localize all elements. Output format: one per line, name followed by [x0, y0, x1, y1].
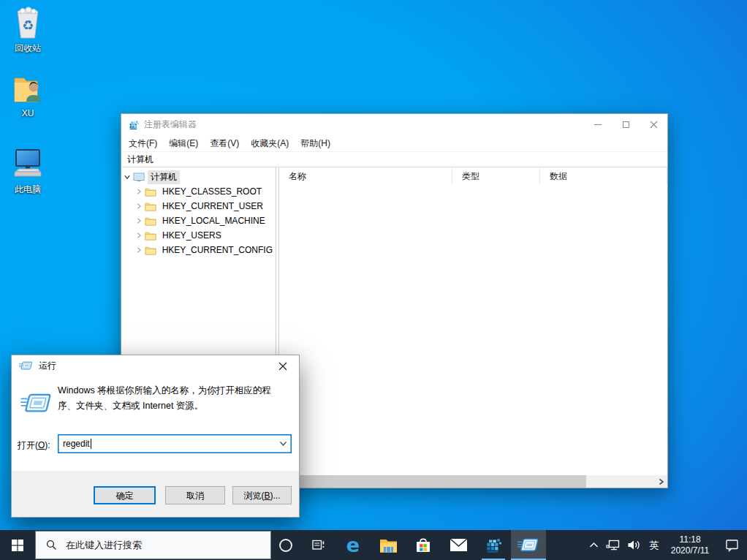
file-explorer-button[interactable] [371, 530, 406, 560]
tree-item-hkey-current-user[interactable]: HKEY_CURRENT_USER [121, 199, 276, 213]
regedit-icon [484, 536, 503, 555]
ok-button[interactable]: 确定 [94, 486, 156, 504]
chevron-right-icon[interactable] [133, 232, 145, 239]
run-command-value[interactable]: regedit [58, 439, 90, 449]
task-view-icon [312, 539, 325, 551]
tree-item-hkey-users[interactable]: HKEY_USERS [121, 228, 276, 243]
desktop-icon-label: XU [22, 108, 34, 118]
close-button[interactable] [266, 355, 299, 377]
regedit-window-title: 注册表编辑器 [144, 118, 197, 131]
desktop-icon-label: 此电脑 [15, 183, 41, 196]
regedit-address-bar[interactable]: 计算机 [121, 151, 667, 167]
chevron-down-icon[interactable] [121, 173, 133, 181]
combobox-dropdown-button[interactable] [275, 441, 291, 447]
run-taskbar-button[interactable] [511, 530, 546, 560]
chevron-right-icon[interactable] [133, 217, 145, 224]
action-center-button[interactable] [716, 530, 747, 560]
mail-icon [450, 538, 468, 552]
open-label: 打开(O): [18, 439, 50, 452]
regedit-titlebar[interactable]: 注册表编辑器 [121, 114, 667, 135]
tree-item-label[interactable]: HKEY_USERS [159, 230, 224, 241]
edge-button[interactable]: e [335, 530, 371, 560]
close-button[interactable] [640, 114, 667, 135]
desktop-icon-this-pc[interactable]: 此电脑 [0, 146, 56, 196]
clock[interactable]: 11:18 2020/7/11 [664, 530, 716, 560]
file-explorer-icon [379, 538, 398, 553]
chevron-right-icon[interactable] [133, 246, 145, 254]
scrollbar-right-arrow[interactable] [655, 475, 667, 488]
maximize-button[interactable] [612, 114, 640, 135]
recycle-bin-icon: ♻ [11, 5, 45, 40]
store-icon [414, 537, 432, 554]
this-pc-icon [11, 146, 45, 181]
horizontal-scrollbar[interactable] [279, 475, 667, 488]
search-icon [46, 540, 57, 550]
menu-file[interactable]: 文件(F) [123, 135, 163, 151]
speaker-icon [627, 540, 640, 550]
tree-item-label[interactable]: HKEY_LOCAL_MACHINE [159, 215, 268, 227]
show-hidden-icons-button[interactable] [584, 530, 603, 560]
store-button[interactable] [406, 530, 441, 560]
list-header: 名称 类型 数据 [279, 167, 667, 184]
run-icon [19, 360, 33, 371]
language-indicator[interactable]: 英 [645, 530, 664, 560]
desktop-icon-label: 回收站 [15, 42, 41, 55]
svg-text:♻: ♻ [22, 18, 34, 33]
tree-item-hkey-classes-root[interactable]: HKEY_CLASSES_ROOT [121, 184, 276, 199]
taskbar: 在此键入进行搜索 e [0, 530, 747, 560]
tree-item-label[interactable]: HKEY_CURRENT_CONFIG [159, 244, 276, 256]
column-header-type[interactable]: 类型 [452, 167, 540, 184]
computer-icon [133, 173, 145, 182]
taskbar-search-box[interactable]: 在此键入进行搜索 [35, 531, 271, 559]
chevron-right-icon[interactable] [133, 203, 145, 210]
windows-logo-icon [12, 540, 23, 551]
folder-icon [145, 202, 156, 211]
mail-button[interactable] [441, 530, 476, 560]
column-header-name[interactable]: 名称 [279, 167, 452, 184]
text-caret [91, 439, 91, 449]
maximize-icon [623, 121, 629, 128]
regedit-taskbar-button[interactable] [476, 530, 511, 560]
start-button[interactable] [0, 530, 35, 560]
run-dialog: 运行 Windows 将根据你所输入的名称，为你打开相应的程序、文件夹、文档或 … [11, 355, 300, 518]
network-tray-icon[interactable] [603, 530, 623, 560]
folder-icon [145, 231, 156, 241]
cancel-button[interactable]: 取消 [165, 486, 225, 504]
run-dialog-titlebar[interactable]: 运行 [12, 355, 299, 377]
tree-item-label[interactable]: 计算机 [148, 170, 180, 184]
menu-view[interactable]: 查看(V) [204, 135, 245, 151]
run-command-combobox[interactable]: regedit [58, 434, 292, 453]
menu-help[interactable]: 帮助(H) [295, 135, 336, 151]
browse-button[interactable]: 浏览(B)... [232, 486, 292, 504]
tree-item-label[interactable]: HKEY_CLASSES_ROOT [159, 186, 265, 197]
minimize-icon [594, 124, 602, 125]
desktop-icon-user-folder[interactable]: XU [0, 71, 56, 118]
chevron-down-icon [279, 441, 287, 447]
menu-edit[interactable]: 编辑(E) [163, 135, 204, 151]
chevron-right-icon[interactable] [133, 188, 145, 195]
tree-item-hkey-current-config[interactable]: HKEY_CURRENT_CONFIG [121, 243, 276, 257]
tree-item-label[interactable]: HKEY_CURRENT_USER [159, 200, 266, 212]
desktop-icon-recycle-bin[interactable]: ♻ 回收站 [0, 5, 56, 55]
cortana-button[interactable] [271, 530, 300, 560]
chevron-up-icon [589, 542, 599, 548]
notification-icon [725, 539, 739, 552]
search-placeholder: 在此键入进行搜索 [66, 539, 142, 552]
volume-tray-icon[interactable] [623, 530, 645, 560]
run-dialog-footer: 确定 取消 浏览(B)... [12, 471, 299, 517]
menu-favorites[interactable]: 收藏夹(A) [245, 135, 295, 151]
scrollbar-thumb[interactable] [282, 475, 586, 488]
regedit-menubar: 文件(F) 编辑(E) 查看(V) 收藏夹(A) 帮助(H) [121, 135, 667, 151]
folder-icon [145, 246, 156, 255]
folder-icon [145, 187, 156, 197]
run-icon-large [20, 392, 53, 415]
column-header-data[interactable]: 数据 [540, 167, 667, 184]
minimize-button[interactable] [584, 114, 612, 135]
run-icon [517, 537, 539, 553]
close-icon [278, 362, 287, 371]
tree-item-computer[interactable]: 计算机 [121, 170, 276, 184]
time-text: 11:18 [679, 534, 700, 545]
edge-icon: e [346, 535, 360, 555]
tree-item-hkey-local-machine[interactable]: HKEY_LOCAL_MACHINE [121, 213, 276, 228]
task-view-button[interactable] [300, 530, 335, 560]
